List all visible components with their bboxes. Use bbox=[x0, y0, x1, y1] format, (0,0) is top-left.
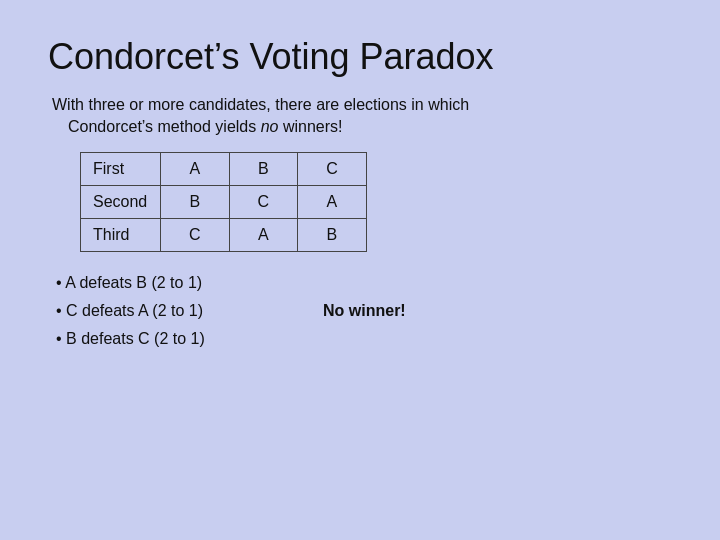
subtitle-line2-italic: no bbox=[261, 118, 279, 135]
bullet-row-2: • C defeats A (2 to 1) No winner! bbox=[56, 302, 672, 320]
table-wrapper: FirstABCSecondBCAThirdCAB bbox=[48, 152, 672, 252]
subtitle-line2-suffix: winners! bbox=[279, 118, 343, 135]
bullet-3: • B defeats C (2 to 1) bbox=[56, 330, 205, 348]
bullet-row-1: • A defeats B (2 to 1) bbox=[56, 274, 672, 292]
slide: Condorcet’s Voting Paradox With three or… bbox=[0, 0, 720, 540]
subtitle-line1: With three or more candidates, there are… bbox=[48, 96, 672, 114]
bullets-section: • A defeats B (2 to 1) • C defeats A (2 … bbox=[48, 274, 672, 348]
subtitle-line2-prefix: Condorcet’s method yields bbox=[68, 118, 261, 135]
voting-table: FirstABCSecondBCAThirdCAB bbox=[80, 152, 367, 252]
bullet-row-3: • B defeats C (2 to 1) bbox=[56, 330, 672, 348]
slide-title: Condorcet’s Voting Paradox bbox=[48, 36, 672, 78]
no-winner-label: No winner! bbox=[323, 302, 406, 320]
bullet-2: • C defeats A (2 to 1) bbox=[56, 302, 203, 320]
table-row: ThirdCAB bbox=[81, 219, 367, 252]
table-row: FirstABC bbox=[81, 153, 367, 186]
bullet-1: • A defeats B (2 to 1) bbox=[56, 274, 202, 292]
table-row: SecondBCA bbox=[81, 186, 367, 219]
subtitle-line2: Condorcet’s method yields no winners! bbox=[48, 118, 672, 136]
